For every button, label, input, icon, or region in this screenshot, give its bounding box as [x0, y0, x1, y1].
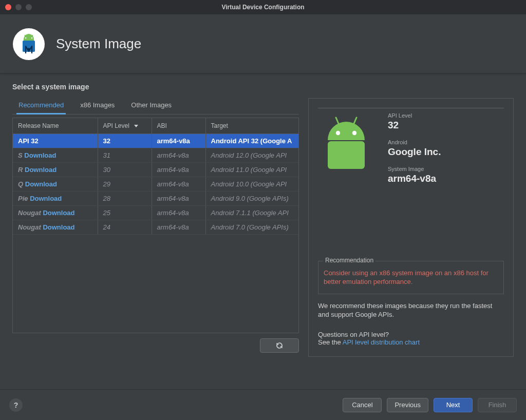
window-controls: [5, 4, 32, 10]
recommendation-body: Consider using an x86 system image on an…: [318, 261, 504, 294]
col-api-level-label: API Level: [103, 122, 129, 129]
system-image-table[interactable]: Release Name API Level ABI Target API 32…: [12, 118, 299, 333]
api-distribution-link[interactable]: API level distribution chart: [343, 338, 420, 346]
help-button[interactable]: ?: [9, 398, 23, 412]
download-link[interactable]: Download: [25, 180, 57, 188]
details-panel: API Level 32 Android Google Inc. System …: [308, 98, 514, 357]
download-link[interactable]: Download: [25, 166, 57, 174]
previous-button[interactable]: Previous: [387, 398, 428, 412]
columns: Recommended x86 Images Other Images Rele…: [12, 98, 514, 389]
cell-target: Android 12.0 (Google API: [205, 148, 298, 163]
window-title: Virtual Device Configuration: [221, 4, 304, 11]
maximize-window-button[interactable]: [26, 4, 32, 10]
cell-release-name: Pie Download: [13, 192, 98, 206]
recommendation-note: We recommend these images because they r…: [318, 301, 504, 319]
vendor-value: Google Inc.: [388, 146, 441, 158]
titlebar: Virtual Device Configuration: [0, 0, 526, 14]
download-link[interactable]: Download: [43, 209, 74, 217]
system-image-value: arm64-v8a: [388, 173, 441, 184]
cell-release-name: Nougat Download: [13, 206, 98, 220]
svg-point-5: [28, 48, 30, 50]
cell-target: Android API 32 (Google A: [205, 134, 298, 148]
vendor-label: Android: [388, 139, 441, 145]
table-row[interactable]: API 3232arm64-v8aAndroid API 32 (Google …: [13, 134, 298, 148]
banner: System Image: [0, 14, 526, 73]
table-row[interactable]: S Download31arm64-v8aAndroid 12.0 (Googl…: [13, 148, 298, 163]
recommendation-box: Recommendation Consider using an x86 sys…: [318, 261, 504, 294]
tab-other-images[interactable]: Other Images: [129, 98, 174, 114]
table-row[interactable]: Pie Download28arm64-v8aAndroid 9.0 (Goog…: [13, 192, 298, 206]
footer: ? Cancel Previous Next Finish: [0, 389, 526, 420]
sort-desc-icon: [134, 125, 138, 127]
see-the-text: See the: [318, 338, 343, 346]
banner-title: System Image: [56, 36, 141, 52]
col-abi[interactable]: ABI: [152, 118, 205, 134]
cell-target: Android 7.1.1 (Google API: [205, 206, 298, 220]
download-link[interactable]: Download: [30, 195, 62, 202]
table-row[interactable]: Nougat Download25arm64-v8aAndroid 7.1.1 …: [13, 206, 298, 220]
minimize-window-button[interactable]: [15, 4, 22, 10]
cell-api-level: 32: [98, 134, 152, 148]
details-info: API Level 32 Android Google Inc. System …: [388, 112, 441, 184]
cell-api-level: 29: [98, 177, 152, 192]
cell-api-level: 30: [98, 163, 152, 177]
content: Select a system image Recommended x86 Im…: [0, 73, 526, 389]
cell-abi: arm64-v8a: [152, 192, 205, 206]
cell-abi: arm64-v8a: [152, 177, 205, 192]
table-row[interactable]: Q Download29arm64-v8aAndroid 10.0 (Googl…: [13, 177, 298, 192]
tabs: Recommended x86 Images Other Images: [12, 98, 299, 114]
col-release-name[interactable]: Release Name: [13, 118, 98, 134]
table-empty-area: [13, 235, 298, 333]
window: Virtual Device Configuration System Imag…: [0, 0, 526, 420]
api-level-help: Questions on API level? See the API leve…: [318, 331, 504, 346]
cell-target: Android 11.0 (Google API: [205, 163, 298, 177]
download-link[interactable]: Download: [24, 151, 56, 159]
cell-release-name: Nougat Download: [13, 220, 98, 235]
svg-point-9: [352, 131, 356, 135]
details-top: API Level 32 Android Google Inc. System …: [318, 108, 504, 184]
table-row[interactable]: Nougat Download24arm64-v8aAndroid 7.0 (G…: [13, 220, 298, 235]
tab-x86-images[interactable]: x86 Images: [78, 98, 117, 114]
cancel-button[interactable]: Cancel: [343, 398, 382, 412]
next-button[interactable]: Next: [434, 398, 473, 412]
svg-rect-10: [328, 141, 365, 169]
recommendation-title: Recommendation: [323, 257, 375, 264]
cell-release-name: S Download: [13, 148, 98, 163]
cell-target: Android 10.0 (Google API: [205, 177, 298, 192]
api-level-question: Questions on API level?: [318, 331, 504, 338]
close-window-button[interactable]: [5, 4, 11, 10]
cell-release-name: API 32: [13, 134, 98, 148]
api-level-value: 32: [388, 120, 441, 131]
tab-recommended[interactable]: Recommended: [16, 98, 66, 114]
left-panel: Recommended x86 Images Other Images Rele…: [12, 98, 299, 389]
cell-release-name: R Download: [13, 163, 98, 177]
cell-api-level: 31: [98, 148, 152, 163]
api-level-label: API Level: [388, 112, 441, 119]
refresh-button[interactable]: [260, 338, 299, 353]
cell-target: Android 7.0 (Google APIs): [205, 220, 298, 235]
svg-point-8: [336, 131, 340, 135]
android-studio-icon: [18, 34, 39, 54]
cell-api-level: 24: [98, 220, 152, 235]
cell-abi: arm64-v8a: [152, 148, 205, 163]
cell-abi: arm64-v8a: [152, 220, 205, 235]
table-header-row: Release Name API Level ABI Target: [13, 118, 298, 134]
cell-api-level: 25: [98, 206, 152, 220]
cell-api-level: 28: [98, 192, 152, 206]
col-target[interactable]: Target: [205, 118, 298, 134]
wizard-icon: [13, 28, 45, 60]
col-api-level[interactable]: API Level: [98, 118, 152, 134]
table-row[interactable]: R Download30arm64-v8aAndroid 11.0 (Googl…: [13, 163, 298, 177]
refresh-row: [12, 338, 299, 353]
cell-release-name: Q Download: [13, 177, 98, 192]
svg-point-0: [25, 37, 27, 39]
download-link[interactable]: Download: [43, 223, 74, 231]
android-icon: [323, 116, 370, 171]
refresh-icon: [275, 341, 284, 350]
cell-abi: arm64-v8a: [152, 134, 205, 148]
cell-abi: arm64-v8a: [152, 206, 205, 220]
cell-target: Android 9.0 (Google APIs): [205, 192, 298, 206]
cell-abi: arm64-v8a: [152, 163, 205, 177]
android-illustration: [318, 116, 374, 184]
svg-point-1: [31, 37, 33, 39]
